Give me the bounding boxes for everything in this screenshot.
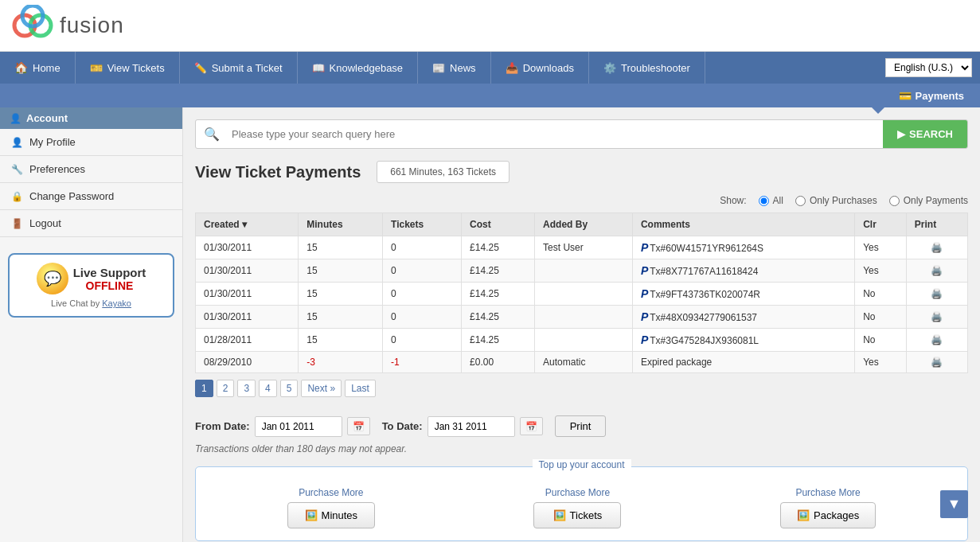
page-5[interactable]: 5	[280, 380, 299, 397]
col-tickets: Tickets	[383, 213, 462, 236]
print-row-icon[interactable]: 🖨️	[931, 265, 943, 276]
live-support-widget[interactable]: 💬 Live Support OFFLINE Live Chat by Kaya…	[8, 253, 174, 318]
nav-home[interactable]: Home	[0, 52, 76, 84]
cell-minutes: 15	[299, 259, 383, 283]
troubleshooter-icon	[603, 62, 616, 74]
submit-icon	[194, 62, 207, 74]
from-date-group: From Date:	[195, 416, 370, 437]
col-cost: Cost	[462, 213, 535, 236]
print-row-icon[interactable]: 🖨️	[931, 334, 943, 345]
logo-icon	[12, 5, 53, 46]
search-icon: 🔍	[196, 127, 228, 142]
page-1[interactable]: 1	[195, 380, 213, 397]
from-date-input[interactable]	[255, 416, 342, 437]
kb-icon	[312, 62, 325, 74]
purchase-minutes-button[interactable]: 🖼️ Minutes	[287, 502, 375, 528]
table-row: 01/30/2011 15 0 £14.25 PTx#48X0934277906…	[196, 306, 968, 329]
subnav: Payments	[0, 84, 980, 107]
kayako-link[interactable]: Kayako	[102, 298, 131, 308]
sidebar-item-change-password[interactable]: Change Password	[0, 183, 182, 210]
page-next[interactable]: Next »	[301, 380, 342, 397]
cell-created: 01/30/2011	[196, 259, 299, 283]
cell-cost: £14.25	[462, 259, 535, 283]
cell-clr: Yes	[855, 259, 907, 283]
cell-cost: £14.25	[462, 306, 535, 329]
print-row-icon[interactable]: 🖨️	[931, 288, 943, 299]
nav-submit-ticket[interactable]: Submit a Ticket	[180, 52, 298, 84]
cell-minutes: -3	[299, 352, 383, 373]
cell-tickets: 0	[383, 283, 462, 306]
topup-minutes: Purchase More 🖼️ Minutes	[287, 487, 375, 528]
cell-clr: Yes	[855, 236, 907, 259]
nav-downloads[interactable]: Downloads	[491, 52, 589, 84]
stats-badge: 661 Minutes, 163 Tickets	[377, 161, 510, 183]
language-selector-container: English (U.S.)	[885, 58, 980, 77]
page-3[interactable]: 3	[237, 380, 256, 397]
page-2[interactable]: 2	[217, 380, 235, 397]
cell-comment: PTx#8X771767A11618424	[632, 259, 854, 283]
cell-added-by	[535, 329, 633, 352]
from-date-calendar-button[interactable]	[347, 417, 370, 435]
cell-minutes: 15	[299, 283, 383, 306]
sidebar-item-profile[interactable]: My Profile	[0, 129, 182, 156]
purchase-more-minutes-link[interactable]: Purchase More	[287, 487, 375, 498]
sidebar-item-preferences[interactable]: Preferences	[0, 156, 182, 183]
purchase-more-tickets-link[interactable]: Purchase More	[533, 487, 621, 498]
cell-clr: Yes	[855, 352, 907, 373]
search-button[interactable]: SEARCH	[883, 120, 967, 148]
radio-payments[interactable]: Only Payments	[889, 195, 968, 206]
print-row-icon[interactable]: 🖨️	[931, 357, 943, 368]
sidebar-item-logout[interactable]: Logout	[0, 210, 182, 237]
cell-created: 01/30/2011	[196, 306, 299, 329]
page-4[interactable]: 4	[259, 380, 277, 397]
cell-print[interactable]: 🖨️	[906, 329, 967, 352]
cell-clr: No	[855, 329, 907, 352]
nav-knowledgebase[interactable]: Knowledgebase	[298, 52, 419, 84]
print-button[interactable]: Print	[555, 415, 607, 437]
cell-print[interactable]: 🖨️	[906, 352, 967, 373]
live-support-label: Live Support	[73, 266, 146, 279]
col-created[interactable]: Created ▾	[196, 213, 299, 236]
search-input[interactable]	[228, 120, 883, 148]
main-layout: Account My Profile Preferences Change Pa…	[0, 107, 980, 542]
subnav-payments[interactable]: Payments	[899, 90, 964, 102]
nav-news[interactable]: News	[418, 52, 491, 84]
purchase-more-packages-link[interactable]: Purchase More	[780, 487, 876, 498]
print-row-icon[interactable]: 🖨️	[931, 242, 943, 253]
scroll-down-button[interactable]: ▼	[940, 490, 968, 518]
cell-print[interactable]: 🖨️	[906, 283, 967, 306]
page-last[interactable]: Last	[345, 380, 376, 397]
topup-title: Top up your account	[532, 459, 631, 470]
cell-clr: No	[855, 306, 907, 329]
cell-comment: PTx#60W41571YR961264S	[632, 236, 854, 259]
cell-print[interactable]: 🖨️	[906, 236, 967, 259]
nav-view-tickets[interactable]: View Tickets	[76, 52, 180, 84]
downloads-icon	[506, 62, 518, 74]
purchase-packages-button[interactable]: 🖼️ Packages	[780, 502, 876, 528]
cell-print[interactable]: 🖨️	[906, 306, 967, 329]
search-bar: 🔍 SEARCH	[195, 119, 968, 149]
radio-all[interactable]: All	[759, 195, 783, 206]
cell-tickets: 0	[383, 329, 462, 352]
print-row-icon[interactable]: 🖨️	[931, 311, 943, 322]
language-select[interactable]: English (U.S.)	[885, 58, 972, 77]
cell-comment: PTx#9FT43736TK020074R	[632, 283, 854, 306]
sidebar-menu: My Profile Preferences Change Password L…	[0, 129, 182, 237]
nav-troubleshooter[interactable]: Troubleshooter	[589, 52, 705, 84]
radio-purchases[interactable]: Only Purchases	[795, 195, 877, 206]
cell-tickets: 0	[383, 259, 462, 283]
cell-comment: PTx#3G475284JX936081L	[632, 329, 854, 352]
to-date-input[interactable]	[428, 416, 515, 437]
col-clr: Clr	[855, 213, 907, 236]
account-icon	[10, 112, 21, 124]
kayako-attribution: Live Chat by Kayako	[18, 298, 165, 308]
to-date-calendar-button[interactable]	[520, 417, 543, 435]
to-date-label: To Date:	[382, 420, 423, 432]
cell-tickets: 0	[383, 306, 462, 329]
cell-clr: No	[855, 283, 907, 306]
purchase-tickets-button[interactable]: 🖼️ Tickets	[533, 502, 621, 528]
cell-print[interactable]: 🖨️	[906, 259, 967, 283]
topup-packages: Purchase More 🖼️ Packages	[780, 487, 876, 528]
main-nav: Home View Tickets Submit a Ticket Knowle…	[0, 52, 980, 84]
cell-created: 08/29/2010	[196, 352, 299, 373]
